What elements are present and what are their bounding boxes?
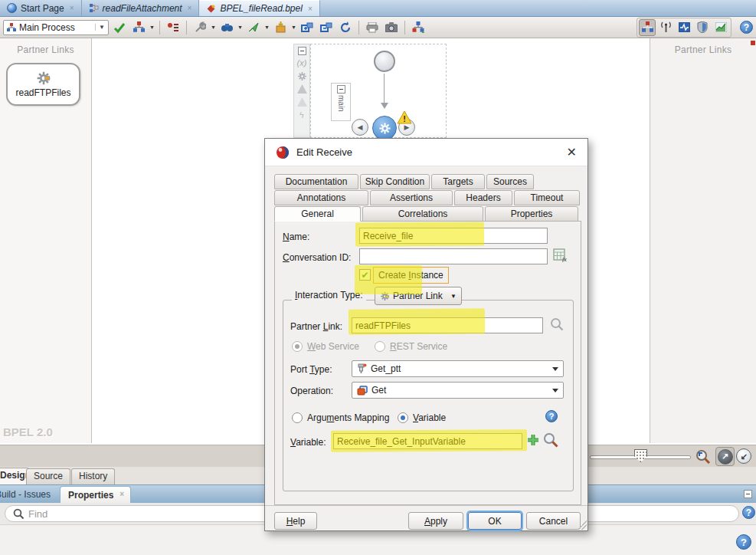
tab-sources[interactable]: Sources bbox=[486, 174, 534, 189]
search-diagram-button[interactable] bbox=[218, 19, 235, 36]
resize-grip[interactable] bbox=[578, 521, 587, 530]
minimize-panel-icon[interactable] bbox=[744, 490, 752, 498]
bpel-mapper-button[interactable] bbox=[410, 19, 427, 36]
name-input[interactable]: Receive_file bbox=[359, 228, 548, 244]
bpel-structure-icon bbox=[412, 21, 424, 33]
fault-icon-2[interactable] bbox=[296, 97, 307, 107]
operation-label: Operation: bbox=[290, 386, 333, 396]
tab-annotations[interactable]: Annotations bbox=[274, 190, 368, 205]
gear-icon[interactable] bbox=[296, 71, 307, 81]
chevron-down-icon[interactable]: ▼ bbox=[237, 25, 243, 30]
maximize-view-button[interactable]: ↗ bbox=[715, 447, 735, 466]
print-button[interactable] bbox=[364, 19, 381, 36]
tab-properties[interactable]: Properties × bbox=[60, 486, 131, 503]
close-tab-icon[interactable]: × bbox=[119, 490, 124, 498]
warning-icon[interactable]: ! bbox=[397, 110, 412, 126]
help-icon[interactable]: ? bbox=[545, 410, 558, 422]
tab-timeout[interactable]: Timeout bbox=[514, 190, 580, 205]
create-variable-button[interactable] bbox=[526, 433, 540, 447]
monitor-view-button[interactable] bbox=[657, 19, 674, 36]
zoom-slider-handle[interactable] bbox=[634, 449, 647, 462]
restore-view-button[interactable]: ↙ bbox=[736, 448, 751, 464]
partner-link-readftpfiles[interactable]: readFTPFiles bbox=[6, 63, 80, 106]
deploy-button[interactable] bbox=[272, 19, 289, 36]
validate-button[interactable] bbox=[111, 19, 128, 36]
process-selector[interactable]: Main Process ▼ bbox=[3, 20, 109, 35]
collapse-icon[interactable] bbox=[337, 85, 345, 94]
process-structure-button[interactable] bbox=[130, 19, 147, 36]
tab-correlations[interactable]: Correlations bbox=[362, 206, 483, 222]
refresh-button[interactable] bbox=[337, 19, 354, 36]
operation-select[interactable]: Get bbox=[352, 382, 564, 399]
collapse-all-button[interactable] bbox=[318, 19, 335, 36]
fault-icon[interactable] bbox=[296, 84, 307, 94]
tab-source[interactable]: Source bbox=[26, 468, 70, 484]
chevron-down-icon bbox=[552, 389, 558, 392]
reports-button[interactable] bbox=[712, 19, 729, 36]
flow-start-node[interactable] bbox=[374, 51, 395, 72]
conversation-id-input[interactable] bbox=[359, 248, 548, 264]
tab-skip-condition[interactable]: Skip Condition bbox=[360, 174, 430, 189]
tab-design[interactable]: Design bbox=[0, 468, 29, 484]
dialog-titlebar[interactable]: Edit Receive ✕ bbox=[265, 139, 587, 166]
design-view-button[interactable] bbox=[639, 19, 656, 36]
tab-history[interactable]: History bbox=[71, 468, 115, 484]
create-instance-checkbox[interactable]: ✔ bbox=[359, 269, 371, 281]
close-tab-icon[interactable]: × bbox=[188, 4, 192, 12]
help-button[interactable]: Help bbox=[274, 512, 317, 530]
help-icon[interactable]: ? bbox=[740, 21, 753, 34]
help-icon[interactable]: ? bbox=[742, 506, 755, 519]
tab-general[interactable]: General bbox=[274, 206, 361, 222]
chevron-down-icon[interactable]: ▼ bbox=[211, 25, 216, 30]
partner-link-input[interactable]: readFTPFiles bbox=[352, 317, 543, 333]
snapshot-button[interactable] bbox=[383, 19, 400, 36]
tools-button[interactable] bbox=[191, 19, 208, 36]
browse-variables-button[interactable] bbox=[543, 432, 558, 448]
edit-receive-dialog: Edit Receive ✕ Documentation Skip Condit… bbox=[264, 138, 588, 531]
chevron-down-icon[interactable]: ▼ bbox=[264, 25, 270, 30]
variable-input[interactable]: Receive_file_Get_InputVariable bbox=[333, 433, 522, 449]
web-service-radio[interactable] bbox=[292, 341, 303, 352]
tab-documentation[interactable]: Documentation bbox=[274, 174, 358, 189]
fault-policy-button[interactable] bbox=[694, 19, 711, 36]
event-icon[interactable]: ϟ bbox=[296, 110, 307, 120]
interaction-type-dropdown[interactable]: Partner Link ▼ bbox=[375, 287, 462, 305]
close-icon[interactable]: ✕ bbox=[567, 145, 577, 159]
collapse-icon[interactable] bbox=[298, 47, 306, 55]
tab-start-page[interactable]: Start Page × bbox=[0, 0, 82, 16]
chevron-down-icon[interactable]: ▼ bbox=[291, 25, 296, 30]
arguments-mapping-radio[interactable] bbox=[292, 412, 303, 423]
tab-bpel-fileread[interactable]: BPEL_fileRead.bpel × bbox=[199, 0, 319, 16]
main-scope-bar[interactable]: main bbox=[331, 83, 351, 121]
cancel-button[interactable]: Cancel bbox=[526, 512, 581, 530]
rest-service-radio[interactable] bbox=[375, 341, 385, 352]
chevron-down-icon[interactable]: ▼ bbox=[149, 25, 155, 30]
create-instance-label: Create Instance bbox=[378, 270, 443, 281]
tab-label: Skip Condition bbox=[365, 176, 424, 187]
activity-monitor-button[interactable] bbox=[676, 19, 692, 36]
help-icon[interactable]: ? bbox=[736, 534, 751, 550]
receive-activity-node[interactable] bbox=[372, 116, 397, 140]
variables-icon[interactable]: (x) bbox=[296, 57, 307, 68]
tab-build-issues[interactable]: Build - Issues bbox=[0, 489, 51, 500]
prev-activity-button[interactable]: ◀ bbox=[352, 119, 368, 136]
apply-button[interactable]: Apply bbox=[408, 512, 463, 530]
tab-targets[interactable]: Targets bbox=[431, 174, 485, 189]
panel-title: Partner Links bbox=[0, 38, 91, 55]
tab-read-file-attachment[interactable]: readFileAttachment × bbox=[82, 0, 200, 16]
breakpoints-button[interactable] bbox=[165, 19, 182, 36]
error-marker[interactable] bbox=[751, 41, 755, 45]
tab-properties-dialog[interactable]: Properties bbox=[485, 206, 578, 222]
port-type-select[interactable]: Get_ptt bbox=[352, 360, 564, 377]
navigate-button[interactable] bbox=[245, 19, 262, 36]
zoom-fit-button[interactable] bbox=[695, 449, 710, 464]
variable-radio[interactable] bbox=[398, 412, 408, 423]
tab-headers[interactable]: Headers bbox=[454, 190, 512, 205]
expression-builder-button[interactable]: fx bbox=[553, 248, 567, 262]
browse-partner-links-button[interactable] bbox=[550, 317, 564, 331]
expand-all-button[interactable] bbox=[299, 19, 316, 36]
close-tab-icon[interactable]: × bbox=[308, 5, 313, 13]
tab-assertions[interactable]: Assertions bbox=[370, 190, 453, 205]
ok-button[interactable]: OK bbox=[468, 512, 522, 530]
close-tab-icon[interactable]: × bbox=[70, 4, 74, 12]
